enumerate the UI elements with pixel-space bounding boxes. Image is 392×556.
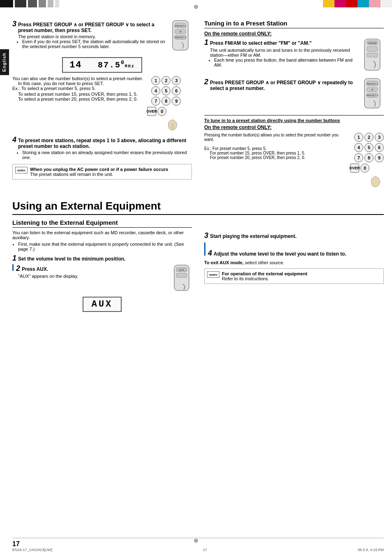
svg-rect-11 [367, 53, 378, 57]
direct-body: Pressing the number button(s) allows you… [204, 133, 346, 160]
aux-display: AUX [12, 297, 192, 312]
step3-heading: Press PRESET GROUP ∧ or PRESET GROUP ∨ t… [18, 22, 167, 33]
page-number: 17 [12, 540, 20, 548]
aux-remote-illustration: AUX [171, 264, 192, 294]
remote-only-label-2: On the remote control ONLY: [204, 125, 384, 130]
direct-ex-1: For preset number 15, press OVER, then p… [210, 151, 305, 155]
tuning-section-title: Tuning in to a Preset Station [204, 20, 384, 28]
step3-body: The preset station is stored in memory. … [18, 34, 167, 49]
ext-step1-heading: Set the volume level to the minimum posi… [18, 256, 125, 262]
notes-icon-1: notes [15, 167, 28, 173]
notes-icon-2: notes [207, 271, 219, 278]
svg-text:PRESET A: PRESET A [174, 25, 186, 27]
key-5: 5 [161, 86, 171, 95]
key-2: 2 [161, 76, 171, 85]
key-9: 9 [172, 97, 181, 106]
rkey-5: 5 [364, 143, 374, 152]
step1-right-body: The unit automatically turns on and tune… [210, 48, 358, 67]
divider-1 [204, 115, 384, 115]
remote-hand-2 [350, 174, 384, 190]
svg-text:III: III [371, 88, 373, 91]
num-ex-line2: To select a preset number 20, press OVER… [18, 97, 138, 102]
ext-step2-number: 2 [16, 264, 20, 273]
footer-mid: 17 [203, 548, 207, 552]
page-footer: EN16-17_UXG4G3[UW] 17 05.5.9, 4:19 PM [12, 548, 384, 552]
rkey-6: 6 [375, 143, 384, 152]
right-column: Tuning in to a Preset Station On the rem… [204, 20, 384, 192]
rkey-7: 7 [354, 153, 363, 162]
key-0: 0 [157, 107, 166, 116]
direct-tune-title: To tune in to a preset station directly … [204, 118, 384, 123]
step4-body: Storing a new station on an already assi… [18, 150, 192, 160]
step3-row: 3 Press PRESET GROUP ∧ or PRESET GROUP ∨… [12, 20, 192, 54]
svg-text:FM/AM: FM/AM [368, 42, 376, 44]
remote-illustration-1: PRESET A III PRESET V [169, 20, 192, 54]
step4-bullet1: Storing a new station on an already assi… [22, 150, 192, 160]
bottom-line-2 [12, 538, 384, 539]
num-grid-text: You can also use the number button(s) to… [12, 76, 143, 102]
step1-right-row: 1 Press FM/AM to select either "FM" or "… [204, 38, 384, 74]
footer-right: 05.5.9, 4:19 PM [357, 548, 384, 552]
rkey-3: 3 [375, 133, 384, 142]
key-over: OVER [147, 107, 156, 116]
step2-right-row: 2 Press PRESET GROUP ∧ or PRESET GROUP ∨… [204, 78, 384, 112]
key-4: 4 [151, 86, 160, 95]
remote-only-label-1: On the remote control ONLY: [204, 31, 384, 37]
notes-box-2: notes For operation of the external equi… [204, 268, 384, 284]
number-keypad-right: 1 2 3 4 5 6 7 8 9 OVER 0 [350, 133, 384, 190]
external-section-title: Using an External Equipment [12, 200, 384, 215]
crosshair-top: ⊕ [194, 3, 198, 10]
ext-step4-heading: Adjust the volume level to the level you… [214, 251, 346, 257]
remote-hand-1 [147, 118, 181, 133]
key-1: 1 [151, 76, 160, 85]
svg-text:III: III [179, 30, 181, 33]
key-7: 7 [151, 97, 160, 106]
external-two-col: Listening to the External Equipment You … [12, 219, 384, 314]
step1-right-heading: Press FM/AM to select either "FM" or "AM… [210, 40, 311, 46]
rkey-over: OVER [350, 164, 359, 173]
notes-content-2: For operation of the external equipment … [222, 271, 307, 281]
step3-bullet1: Even if you do not press SET, the statio… [22, 39, 167, 49]
svg-rect-10 [367, 46, 378, 51]
svg-text:PRESET A: PRESET A [366, 83, 378, 85]
footer-left: EN16-17_UXG4G3[UW] [12, 548, 52, 552]
external-intro: You can listen to the external equipment… [12, 230, 192, 240]
ext-step1-row: 1 Set the volume level to the minimum po… [12, 254, 192, 263]
step1-right-number: 1 [204, 38, 208, 47]
svg-text:PRESET V: PRESET V [174, 36, 187, 39]
ext-step1-number: 1 [12, 254, 16, 263]
rkey-9: 9 [375, 153, 384, 162]
num-ex-line1: To select a preset number 15, press OVER… [18, 92, 138, 97]
svg-text:PRESET V: PRESET V [366, 94, 378, 97]
key-6: 6 [172, 86, 181, 95]
listening-title: Listening to the External Equipment [12, 219, 192, 228]
left-column: 3 Press PRESET GROUP ∧ or PRESET GROUP ∨… [12, 20, 192, 192]
ext-step3-number: 3 [204, 231, 208, 240]
notes-content-1: When you unplug the AC power cord or if … [30, 167, 168, 177]
ext-step2-heading: Press AUX. [22, 266, 48, 272]
language-label: English [0, 49, 9, 75]
direct-tune-section: Pressing the number button(s) allows you… [204, 133, 384, 190]
ext-step3-heading: Start playing the external equipment. [210, 233, 297, 239]
step2-right-heading: Press PRESET GROUP ∧ or PRESET GROUP ∨ r… [210, 80, 358, 91]
preset-display: 14 87.50MHz [12, 57, 192, 73]
direct-ex-2: For preset number 20, press OVER, then p… [210, 155, 305, 160]
rkey-4: 4 [354, 143, 363, 152]
step4-heading: To preset more stations, repeat steps 1 … [18, 138, 192, 149]
ext-step4-row: 4 Adjust the volume level to the level y… [204, 242, 384, 258]
bottom-line-1 [12, 537, 384, 538]
svg-text:AUX: AUX [179, 269, 184, 271]
remote-preset: PRESET A III PRESET V [361, 78, 384, 112]
step3-number: 3 [12, 20, 16, 28]
blue-bar-step4 [204, 242, 205, 256]
number-grid-section: You can also use the number button(s) to… [12, 76, 192, 133]
external-bullet1: First, make sure that the external equip… [18, 242, 192, 251]
blue-bar-step2 [12, 264, 14, 271]
step4-row: 4 To preset more stations, repeat steps … [12, 136, 192, 161]
number-keypad-left: 1 2 3 4 5 6 7 8 9 OVER 0 [147, 76, 181, 133]
key-8: 8 [161, 97, 171, 106]
ext-step4-number: 4 [208, 249, 212, 258]
svg-rect-22 [176, 273, 187, 277]
external-left: Listening to the External Equipment You … [12, 219, 192, 314]
remote-fm-am: FM/AM [361, 38, 384, 74]
